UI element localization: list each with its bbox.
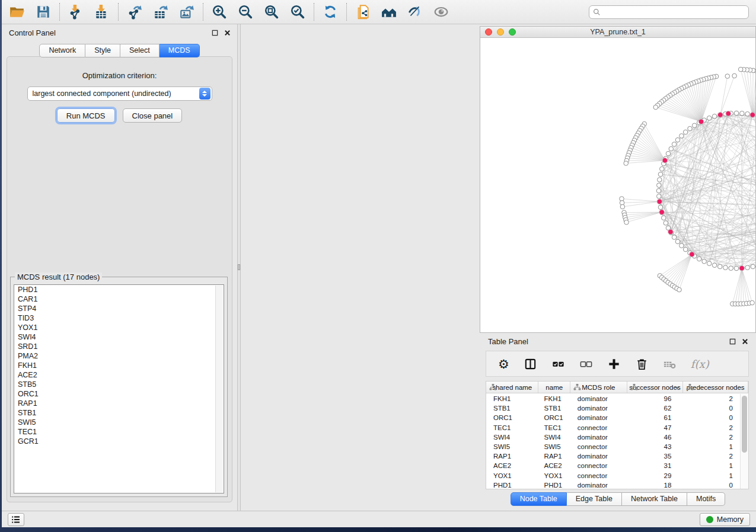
- tab-mcds[interactable]: MCDS: [160, 44, 200, 57]
- table-row[interactable]: SWI4SWI4dominator462: [486, 432, 740, 442]
- column-header-name[interactable]: name: [538, 382, 570, 393]
- tab-network-table[interactable]: Network Table: [622, 492, 687, 506]
- table-cell: 47: [624, 424, 678, 431]
- result-list-item[interactable]: GCR1: [14, 437, 224, 446]
- table-cell: 18: [624, 482, 678, 489]
- status-bar: Memory: [2, 511, 756, 527]
- zoom-selected-icon[interactable]: [289, 4, 306, 20]
- close-table-panel-icon[interactable]: [741, 338, 749, 345]
- show-graphics-details-icon[interactable]: [433, 4, 449, 20]
- import-network-icon[interactable]: [68, 4, 84, 20]
- tab-motifs[interactable]: Motifs: [687, 492, 725, 506]
- network-view-window: YPA_prune.txt_1: [480, 26, 756, 333]
- table-cell: 46: [624, 434, 678, 441]
- result-list-item[interactable]: CAR1: [14, 294, 224, 304]
- cytoscape-window: Control Panel NetworkStyleSelectMCDS Opt…: [2, 0, 756, 527]
- table-row[interactable]: PHD1PHD1dominator180: [486, 480, 740, 489]
- result-list-item[interactable]: SWI4: [14, 332, 224, 342]
- tab-edge-table[interactable]: Edge Table: [567, 492, 622, 506]
- memory-button[interactable]: Memory: [700, 513, 750, 526]
- zoom-fit-icon[interactable]: [263, 4, 280, 20]
- result-list-item[interactable]: STP4: [14, 304, 224, 313]
- table-row[interactable]: STB1STB1dominator620: [486, 403, 740, 413]
- open-folder-icon[interactable]: [9, 4, 25, 20]
- add-row-icon[interactable]: [607, 355, 621, 373]
- export-image-icon[interactable]: [178, 4, 195, 20]
- mcds-result-group: MCDS result (17 nodes) PHD1CAR1STP4TID3Y…: [10, 277, 228, 497]
- table-row[interactable]: SWI5SWI5connector431: [486, 442, 740, 451]
- table-scrollbar-thumb[interactable]: [742, 396, 747, 453]
- unselect-all-icon[interactable]: [579, 355, 593, 373]
- column-label: MCDS role: [582, 384, 615, 391]
- result-list-item[interactable]: FKH1: [14, 361, 224, 370]
- settings-gear-icon[interactable]: ⚙: [498, 355, 509, 373]
- column-header-successor-nodes[interactable]: successor nodes: [627, 382, 684, 393]
- import-table-icon[interactable]: [94, 4, 110, 20]
- zoom-out-icon[interactable]: [237, 4, 254, 20]
- close-panel-button[interactable]: Close panel: [123, 108, 183, 123]
- select-all-icon[interactable]: [551, 355, 565, 373]
- mcds-result-list: PHD1CAR1STP4TID3YOX1SWI4SRD1PMA2FKH1ACE2…: [14, 284, 224, 493]
- table-row[interactable]: TEC1TEC1connector472: [486, 423, 740, 432]
- result-list-item[interactable]: ACE2: [14, 370, 224, 380]
- result-list-item[interactable]: PHD1: [14, 285, 224, 294]
- column-header-MCDS-role[interactable]: MCDS role: [570, 382, 627, 393]
- show-column-icon[interactable]: [524, 355, 537, 373]
- table-scrollbar[interactable]: [740, 394, 748, 489]
- tab-select[interactable]: Select: [120, 44, 160, 57]
- table-cell: ACE2: [537, 462, 570, 469]
- network-canvas[interactable]: [480, 38, 755, 332]
- result-list-scrollbar[interactable]: [215, 286, 223, 492]
- result-list-item[interactable]: STB1: [14, 408, 224, 418]
- toolbar-separator: [346, 3, 347, 21]
- result-list-item[interactable]: TEC1: [14, 427, 224, 437]
- table-row[interactable]: RAP1RAP1dominator352: [486, 451, 740, 461]
- export-network-icon[interactable]: [126, 4, 143, 20]
- delete-table-icon[interactable]: [663, 355, 677, 373]
- table-cell: dominator: [570, 405, 625, 412]
- show-panels-list-button[interactable]: [8, 513, 24, 526]
- float-panel-icon[interactable]: [211, 29, 219, 37]
- table-row[interactable]: ORC1ORC1dominator610: [486, 413, 740, 422]
- tab-node-table[interactable]: Node Table: [511, 492, 567, 506]
- function-builder-icon[interactable]: f(x): [691, 355, 709, 373]
- export-table-icon[interactable]: [152, 4, 169, 20]
- result-list-item[interactable]: YOX1: [14, 323, 224, 332]
- table-row[interactable]: ACE2ACE2connector311: [486, 461, 740, 470]
- delete-row-icon[interactable]: [635, 355, 649, 373]
- tab-style[interactable]: Style: [85, 44, 120, 57]
- table-row[interactable]: YOX1YOX1connector291: [486, 471, 740, 480]
- search-input[interactable]: [603, 8, 745, 16]
- optimization-criterion-select[interactable]: largest connected component (undirected): [27, 86, 212, 101]
- table-cell: dominator: [570, 453, 625, 460]
- close-panel-icon[interactable]: [224, 29, 231, 37]
- result-list-item[interactable]: STB5: [14, 380, 224, 389]
- result-list-item[interactable]: SWI5: [14, 418, 224, 427]
- result-list-item[interactable]: SRD1: [14, 342, 224, 351]
- tab-network[interactable]: Network: [39, 44, 85, 57]
- table-cell: 0: [678, 405, 740, 412]
- table-cell: SWI4: [537, 434, 570, 441]
- table-row[interactable]: FKH1FKH1dominator962: [486, 394, 740, 403]
- table-cell: YOX1: [486, 472, 537, 479]
- result-list-item[interactable]: RAP1: [14, 399, 224, 408]
- result-list-item[interactable]: TID3: [14, 313, 224, 323]
- save-icon[interactable]: [35, 4, 52, 20]
- toolbar-separator: [314, 3, 314, 21]
- refresh-layout-icon[interactable]: [322, 4, 339, 20]
- hide-graphics-details-icon[interactable]: [407, 4, 423, 20]
- home-networks-icon[interactable]: [381, 4, 397, 20]
- network-document-icon[interactable]: [355, 4, 371, 20]
- result-list-item[interactable]: ORC1: [14, 389, 224, 399]
- network-graph[interactable]: [480, 38, 755, 332]
- table-cell: dominator: [570, 414, 625, 421]
- splitter-grip[interactable]: [238, 264, 240, 270]
- float-table-panel-icon[interactable]: [729, 338, 736, 345]
- zoom-in-icon[interactable]: [211, 4, 228, 20]
- run-mcds-button[interactable]: Run MCDS: [57, 108, 115, 123]
- search-box[interactable]: [589, 5, 749, 19]
- result-list-item[interactable]: PMA2: [14, 351, 224, 361]
- column-header-predecessor-nodes[interactable]: predecessor nodes: [683, 382, 748, 393]
- column-header-shared-name[interactable]: shared name: [486, 382, 538, 393]
- table-cell: 2: [678, 424, 740, 431]
